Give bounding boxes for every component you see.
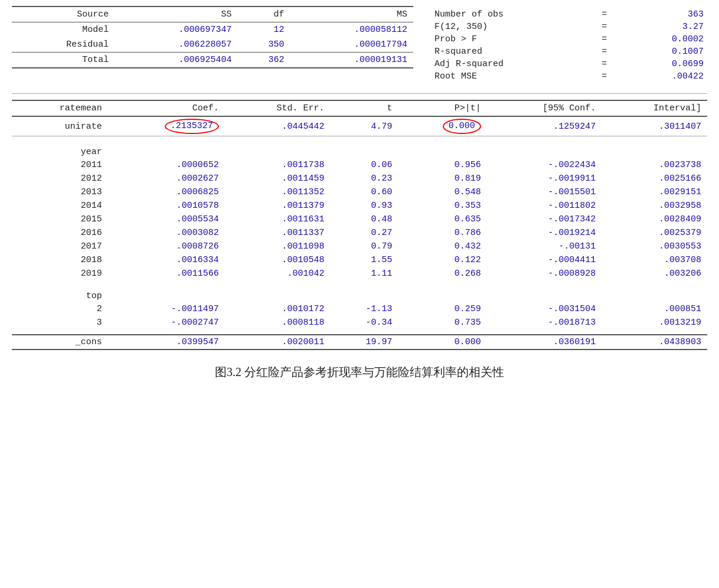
reg-row-2015: 2015 .0005534 .0011631 0.48 0.635 -.0017… (12, 213, 707, 226)
stat-eq-f: = (596, 21, 613, 33)
reg-2018-stderr: .0010548 (225, 253, 331, 267)
reg-2012-ci-low: -.0019911 (487, 172, 602, 185)
reg-top-label-row: top (12, 285, 707, 302)
reg-cons-coef: .0399547 (108, 335, 225, 349)
stat-eq-adjrsq: = (596, 58, 613, 70)
reg-cons-ci-low: .0360191 (487, 335, 602, 349)
reg-2019-t: 1.11 (330, 267, 398, 280)
reg-cons-t: 19.97 (330, 335, 398, 349)
reg-2016-ci-low: -.0019214 (487, 226, 602, 240)
reg-2013-ci-high: .0029151 (602, 185, 707, 199)
reg-top3-label: 3 (12, 316, 108, 329)
reg-header-p: P>|t| (398, 100, 486, 116)
reg-2019-p: 0.268 (398, 267, 486, 280)
reg-2017-p: 0.432 (398, 240, 486, 253)
reg-2012-p: 0.819 (398, 172, 486, 185)
reg-cons-p: 0.000 (398, 335, 486, 349)
reg-header-depvar: ratemean (12, 100, 108, 116)
reg-2015-p: 0.635 (398, 213, 486, 226)
reg-2019-stderr: .001042 (225, 267, 331, 280)
reg-2018-ci-high: .003708 (602, 253, 707, 267)
reg-top2-label: 2 (12, 302, 108, 316)
reg-2011-ci-high: .0023738 (602, 158, 707, 172)
anova-residual-df: 350 (238, 37, 290, 53)
reg-2017-stderr: .0011098 (225, 240, 331, 253)
reg-2014-t: 0.93 (330, 199, 398, 213)
reg-cons-stderr: .0020011 (225, 335, 331, 349)
reg-2011-label: 2011 (12, 158, 108, 172)
reg-row-2011: 2011 .0000652 .0011738 0.06 0.956 -.0022… (12, 158, 707, 172)
anova-residual-ss: .006228057 (115, 37, 237, 53)
reg-top3-ci-low: -.0018713 (487, 316, 602, 329)
stat-value-nobs: 363 (613, 8, 707, 21)
reg-2019-ci-low: -.0008928 (487, 267, 602, 280)
stat-row-nobs: Number of obs = 363 (431, 8, 707, 21)
reg-top2-stderr: .0010172 (225, 302, 331, 316)
reg-2013-label: 2013 (12, 185, 108, 199)
reg-header-row: ratemean Coef. Std. Err. t P>|t| [95% Co… (12, 100, 707, 116)
circled-coef: .2135327 (165, 119, 219, 134)
stat-row-rsq: R-squared = 0.1007 (431, 45, 707, 58)
anova-header-ss: SS (115, 6, 237, 22)
reg-2016-stderr: .0011337 (225, 226, 331, 240)
reg-row-unirate: unirate .2135327 .0445442 4.79 0.000 .12… (12, 116, 707, 136)
anova-row-model: Model .000697347 12 .000058112 (12, 22, 413, 38)
stat-row-f: F(12, 350) = 3.27 (431, 21, 707, 33)
stat-label-mse: Root MSE (431, 70, 596, 83)
stat-eq-prob: = (596, 33, 613, 45)
reg-2013-ci-low: -.0015501 (487, 185, 602, 199)
reg-row-2013: 2013 .0006825 .0011352 0.60 0.548 -.0015… (12, 185, 707, 199)
reg-2017-ci-high: .0030553 (602, 240, 707, 253)
reg-row-2014: 2014 .0010578 .0011379 0.93 0.353 -.0011… (12, 199, 707, 213)
anova-model-ss: .000697347 (115, 22, 237, 38)
stat-eq-nobs: = (596, 8, 613, 21)
stat-label-nobs: Number of obs (431, 8, 596, 21)
reg-2016-ci-high: .0025379 (602, 226, 707, 240)
anova-left: Source SS df MS Model .000697347 12 .000… (12, 6, 413, 83)
reg-2016-t: 0.27 (330, 226, 398, 240)
anova-model-ms: .000058112 (290, 22, 413, 38)
reg-2015-ci-high: .0028409 (602, 213, 707, 226)
reg-2016-label: 2016 (12, 226, 108, 240)
reg-2015-stderr: .0011631 (225, 213, 331, 226)
stat-row-mse: Root MSE = .00422 (431, 70, 707, 83)
reg-2014-label: 2014 (12, 199, 108, 213)
reg-2018-t: 1.55 (330, 253, 398, 267)
reg-cons-ci-high: .0438903 (602, 335, 707, 349)
reg-row-top2: 2 -.0011497 .0010172 -1.13 0.259 -.00315… (12, 302, 707, 316)
reg-top2-coef: -.0011497 (108, 302, 225, 316)
stat-eq-mse: = (596, 70, 613, 83)
anova-model-label: Model (12, 22, 115, 38)
reg-2018-ci-low: -.0004411 (487, 253, 602, 267)
stat-value-f: 3.27 (613, 21, 707, 33)
reg-2018-p: 0.122 (398, 253, 486, 267)
reg-2014-stderr: .0011379 (225, 199, 331, 213)
reg-top2-p: 0.259 (398, 302, 486, 316)
reg-2017-ci-low: -.00131 (487, 240, 602, 253)
reg-header-t: t (330, 100, 398, 116)
reg-2017-coef: .0008726 (108, 240, 225, 253)
reg-row-2012: 2012 .0002627 .0011459 0.23 0.819 -.0019… (12, 172, 707, 185)
stat-value-mse: .00422 (613, 70, 707, 83)
reg-year-label: year (12, 141, 108, 158)
reg-2015-coef: .0005534 (108, 213, 225, 226)
reg-header-ci-low: [95% Conf. (487, 100, 602, 116)
reg-2011-coef: .0000652 (108, 158, 225, 172)
reg-top3-coef: -.0002747 (108, 316, 225, 329)
anova-header-ms: MS (290, 6, 413, 22)
anova-section: Source SS df MS Model .000697347 12 .000… (12, 6, 707, 83)
reg-top2-ci-low: -.0031504 (487, 302, 602, 316)
reg-top3-stderr: .0008118 (225, 316, 331, 329)
anova-total-label: Total (12, 53, 115, 68)
anova-row-residual: Residual .006228057 350 .000017794 (12, 37, 413, 53)
stat-label-rsq: R-squared (431, 45, 596, 58)
reg-2017-t: 0.79 (330, 240, 398, 253)
anova-right: Number of obs = 363 F(12, 350) = 3.27 Pr… (413, 6, 707, 83)
stat-value-rsq: 0.1007 (613, 45, 707, 58)
reg-top-label: top (12, 285, 108, 302)
reg-2014-ci-low: -.0011802 (487, 199, 602, 213)
stat-label-adjrsq: Adj R-squared (431, 58, 596, 70)
anova-header-source: Source (12, 6, 115, 22)
reg-2019-label: 2019 (12, 267, 108, 280)
reg-spacer-3 (12, 329, 707, 335)
